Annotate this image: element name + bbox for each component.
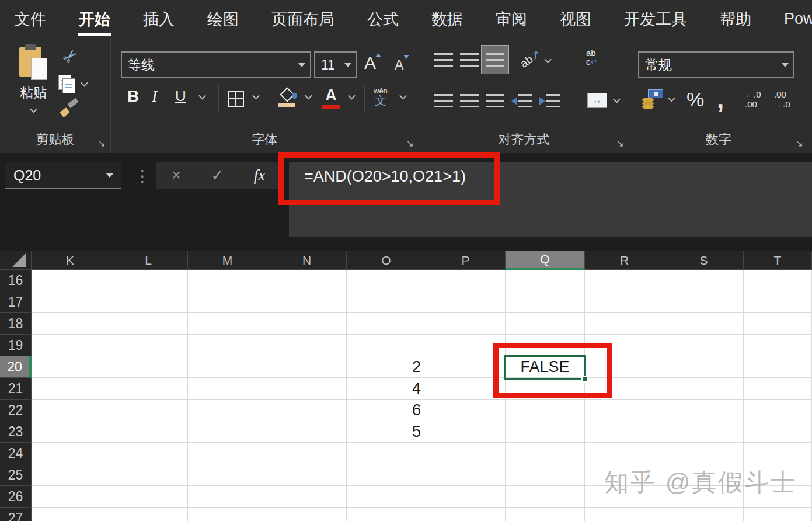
row-header-23[interactable]: 23 <box>0 421 32 443</box>
tab-页面布局[interactable]: 页面布局 <box>271 9 334 30</box>
row-header-16[interactable]: 16 <box>0 270 32 291</box>
align-right-icon[interactable] <box>486 94 504 107</box>
comma-style-button[interactable]: , <box>717 85 724 114</box>
cell-S24[interactable] <box>664 443 744 464</box>
tab-数据[interactable]: 数据 <box>431 9 463 30</box>
orientation-dropdown-icon[interactable] <box>544 56 552 64</box>
wrap-text-icon[interactable]: ab c↵ <box>586 48 598 66</box>
cell-O27[interactable] <box>347 508 426 521</box>
row-header-18[interactable]: 18 <box>0 313 32 335</box>
cell-M25[interactable] <box>188 464 267 486</box>
tab-开发工具[interactable]: 开发工具 <box>624 9 687 30</box>
cell-K18[interactable] <box>32 313 109 335</box>
font-color-button[interactable]: A <box>322 87 340 109</box>
tab-审阅[interactable]: 审阅 <box>496 9 527 30</box>
cell-R22[interactable] <box>585 400 664 421</box>
underline-button[interactable]: U <box>175 87 186 105</box>
cell-R24[interactable] <box>585 443 664 464</box>
tab-插入[interactable]: 插入 <box>143 9 175 30</box>
cell-M18[interactable] <box>188 313 267 335</box>
cell-T18[interactable] <box>744 313 812 335</box>
format-painter-icon[interactable] <box>61 99 78 116</box>
cell-K16[interactable] <box>32 270 109 291</box>
cell-L18[interactable] <box>109 313 188 335</box>
bold-button[interactable]: B <box>127 87 139 106</box>
row-header-20[interactable]: 20 <box>0 356 32 378</box>
merge-center-icon[interactable]: ↔ <box>587 93 607 108</box>
column-header-R[interactable]: R <box>585 251 664 270</box>
cell-P24[interactable] <box>426 443 506 464</box>
cell-N25[interactable] <box>267 464 347 486</box>
cell-S17[interactable] <box>664 291 744 313</box>
row-header-17[interactable]: 17 <box>0 291 32 313</box>
cell-O23[interactable]: 5 <box>347 421 426 443</box>
cell-O18[interactable] <box>347 313 426 335</box>
cell-K25[interactable] <box>32 464 109 486</box>
cell-O17[interactable] <box>347 291 426 313</box>
cell-L22[interactable] <box>109 400 188 421</box>
cell-T16[interactable] <box>744 270 812 291</box>
cell-L27[interactable] <box>109 508 188 521</box>
column-header-L[interactable]: L <box>109 251 188 270</box>
cell-T21[interactable] <box>744 378 812 400</box>
cell-O26[interactable] <box>347 486 426 508</box>
insert-function-icon[interactable]: fx <box>254 166 266 185</box>
cell-N20[interactable] <box>267 356 347 378</box>
paste-button[interactable]: 粘贴 <box>15 44 51 115</box>
fill-color-dropdown-icon[interactable] <box>305 92 312 100</box>
align-left-icon[interactable] <box>434 94 453 107</box>
underline-dropdown-icon[interactable] <box>198 92 206 100</box>
cell-P17[interactable] <box>426 291 506 313</box>
increase-decimal-button[interactable]: ←.0 .00 <box>745 89 761 109</box>
cell-T27[interactable] <box>744 508 812 521</box>
tab-帮助[interactable]: 帮助 <box>720 9 751 30</box>
cell-M20[interactable] <box>188 356 267 378</box>
cell-O20[interactable]: 2 <box>347 356 426 378</box>
cell-O21[interactable]: 4 <box>347 378 426 400</box>
cell-M22[interactable] <box>188 400 267 421</box>
font-size-select[interactable]: 11 <box>314 51 357 78</box>
number-dialog-launcher-icon[interactable] <box>796 139 803 148</box>
cell-L26[interactable] <box>109 486 188 508</box>
cell-Q26[interactable] <box>506 486 585 508</box>
cell-R18[interactable] <box>585 313 664 335</box>
cell-O24[interactable] <box>347 443 426 464</box>
cell-K23[interactable] <box>32 421 109 443</box>
select-all-button[interactable] <box>0 251 32 270</box>
cell-T23[interactable] <box>744 421 812 443</box>
column-header-O[interactable]: O <box>347 251 426 270</box>
font-dialog-launcher-icon[interactable] <box>406 139 414 148</box>
cell-N22[interactable] <box>267 400 347 421</box>
name-box[interactable]: Q20 <box>5 162 121 189</box>
column-header-S[interactable]: S <box>664 251 744 270</box>
tab-视图[interactable]: 视图 <box>560 9 591 30</box>
align-center-icon[interactable] <box>460 94 479 107</box>
tab-Power[interactable]: Power <box>784 10 812 28</box>
cell-S21[interactable] <box>664 378 744 400</box>
cell-R23[interactable] <box>585 421 664 443</box>
tab-开始[interactable]: 开始 <box>79 9 110 30</box>
cell-Q17[interactable] <box>506 291 585 313</box>
cell-N23[interactable] <box>267 421 347 443</box>
cell-S22[interactable] <box>664 400 744 421</box>
cell-K22[interactable] <box>32 400 109 421</box>
font-name-caret-icon[interactable] <box>298 63 305 67</box>
tab-绘图[interactable]: 绘图 <box>207 9 239 30</box>
cell-M19[interactable] <box>188 335 267 356</box>
cell-S23[interactable] <box>664 421 744 443</box>
row-header-22[interactable]: 22 <box>0 400 32 421</box>
cell-S27[interactable] <box>664 508 744 521</box>
borders-dropdown-icon[interactable] <box>252 92 260 100</box>
cell-N17[interactable] <box>267 291 347 313</box>
cell-T22[interactable] <box>744 400 812 421</box>
enter-icon[interactable]: ✓ <box>211 166 224 185</box>
cell-M24[interactable] <box>188 443 267 464</box>
increase-font-size-button[interactable]: A <box>364 53 376 73</box>
fill-color-icon[interactable] <box>278 88 297 107</box>
cell-L23[interactable] <box>109 421 188 443</box>
cell-R27[interactable] <box>585 508 664 521</box>
cell-M26[interactable] <box>188 486 267 508</box>
cell-S20[interactable] <box>664 356 744 378</box>
cell-K20[interactable] <box>32 356 109 378</box>
accounting-dropdown-icon[interactable] <box>668 95 675 102</box>
